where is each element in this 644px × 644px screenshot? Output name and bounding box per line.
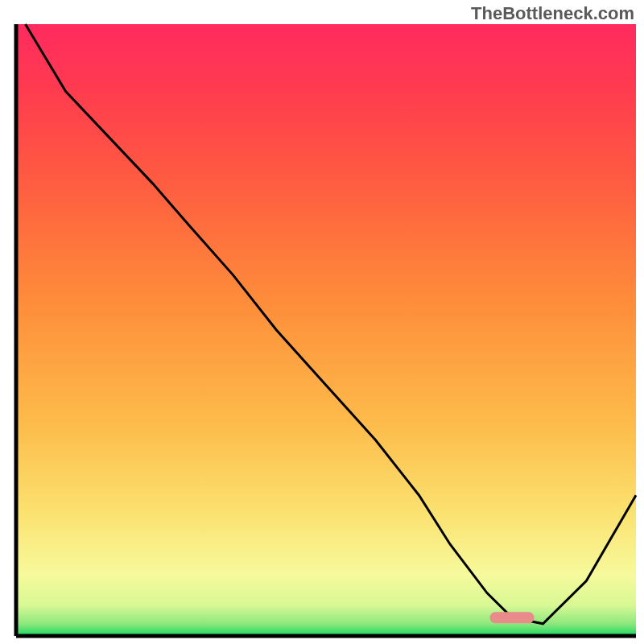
chart-container: TheBottleneck.com: [0, 0, 644, 644]
chart-svg: [0, 0, 644, 644]
optimal-marker: [490, 612, 535, 623]
watermark-text: TheBottleneck.com: [471, 3, 634, 24]
plot-background: [16, 24, 636, 636]
